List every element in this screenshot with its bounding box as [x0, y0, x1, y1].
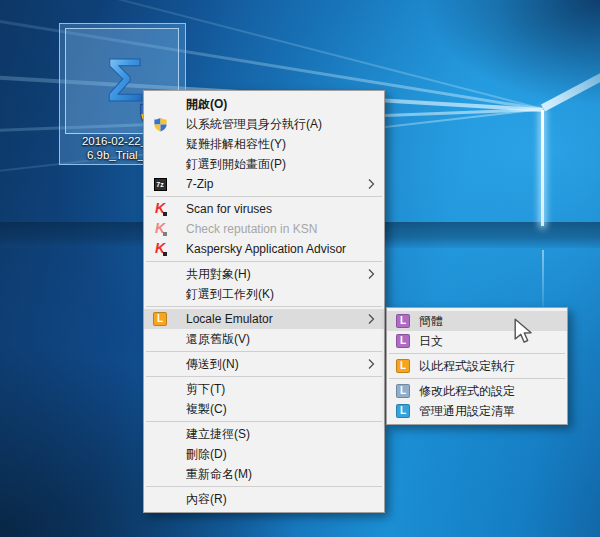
locale-emulator-icon: L — [396, 404, 410, 418]
context-menu-item-copy[interactable]: 複製(C) — [144, 399, 384, 419]
locale-emulator-icon: L — [152, 311, 168, 327]
submenu-arrow-icon — [368, 269, 375, 280]
menu-separator — [146, 196, 382, 197]
submenu-item-manage-global-settings[interactable]: L 管理通用設定清單 — [387, 401, 567, 421]
7zip-icon: 7z — [152, 176, 168, 192]
context-menu-item-run-as-admin[interactable]: 以系統管理員身分執行(A) — [144, 114, 384, 134]
context-menu-item-delete[interactable]: 刪除(D) — [144, 444, 384, 464]
menu-separator — [146, 351, 382, 352]
context-menu-item-properties[interactable]: 內容(R) — [144, 489, 384, 509]
context-menu-item-pin-to-taskbar[interactable]: 釘選到工作列(K) — [144, 284, 384, 304]
context-menu-item-pin-to-start[interactable]: 釘選到開始畫面(P) — [144, 154, 384, 174]
context-menu-item-7zip[interactable]: 7z 7-Zip — [144, 174, 384, 194]
menu-separator — [146, 421, 382, 422]
light-beam — [541, 39, 600, 112]
locale-emulator-icon: L — [396, 384, 410, 398]
menu-separator — [389, 353, 565, 354]
menu-separator — [146, 486, 382, 487]
menu-separator — [146, 306, 382, 307]
context-menu-item-send-to[interactable]: 傳送到(N) — [144, 354, 384, 374]
context-menu-item-kaspersky-application-advisor[interactable]: K Kaspersky Application Advisor — [144, 239, 384, 259]
submenu-item-simplified-chinese[interactable]: L 簡體 — [387, 311, 567, 331]
locale-emulator-icon: L — [396, 359, 410, 373]
submenu-item-run-with-app-settings[interactable]: L 以此程式設定執行 — [387, 356, 567, 376]
context-menu-item-troubleshoot-compatibility[interactable]: 疑難排解相容性(Y) — [144, 134, 384, 154]
menu-separator — [146, 261, 382, 262]
submenu-item-modify-app-settings[interactable]: L 修改此程式的設定 — [387, 381, 567, 401]
submenu-item-japanese[interactable]: L 日文 — [387, 331, 567, 351]
kaspersky-icon: K — [152, 201, 168, 217]
locale-emulator-icon: L — [396, 334, 410, 348]
context-menu-item-cut[interactable]: 剪下(T) — [144, 379, 384, 399]
context-menu-item-share-with[interactable]: 共用對象(H) — [144, 264, 384, 284]
context-menu-item-locale-emulator[interactable]: L Locale Emulator — [144, 309, 384, 329]
context-menu-item-open[interactable]: 開啟(O) — [144, 94, 384, 114]
kaspersky-icon: K — [152, 221, 168, 237]
context-menu-item-restore-previous-versions[interactable]: 還原舊版(V) — [144, 329, 384, 349]
locale-emulator-submenu: L 簡體 L 日文 L 以此程式設定執行 L 修改此程式的設定 L 管理通用設定… — [386, 307, 568, 425]
submenu-arrow-icon — [368, 314, 375, 325]
context-menu-item-create-shortcut[interactable]: 建立捷徑(S) — [144, 424, 384, 444]
submenu-arrow-icon — [368, 359, 375, 370]
context-menu: 開啟(O) 以系統管理員身分執行(A) 疑難排解相容性(Y) 釘選到開始畫面(P… — [143, 90, 385, 513]
uac-shield-icon — [152, 116, 168, 132]
menu-separator — [146, 376, 382, 377]
context-menu-item-scan-for-viruses[interactable]: K Scan for viruses — [144, 199, 384, 219]
menu-separator — [389, 378, 565, 379]
context-menu-item-rename[interactable]: 重新命名(M) — [144, 464, 384, 484]
kaspersky-icon: K — [152, 241, 168, 257]
locale-emulator-icon: L — [396, 314, 410, 328]
context-menu-item-check-reputation-ksn[interactable]: K Check reputation in KSN — [144, 219, 384, 239]
submenu-arrow-icon — [368, 179, 375, 190]
window-logo-edge — [541, 110, 544, 226]
